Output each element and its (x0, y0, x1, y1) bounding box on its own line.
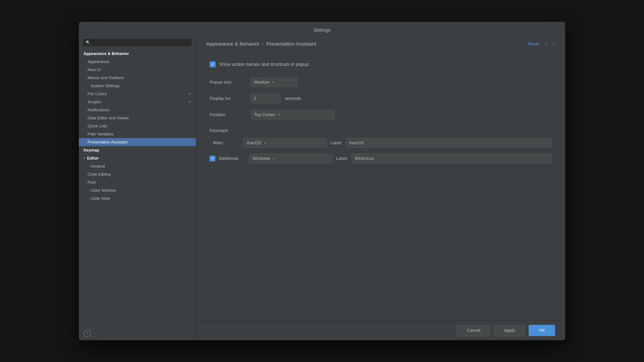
sidebar-item-editor[interactable]: ▾ Editor (79, 154, 196, 162)
sidebar-item-label: Code Style (90, 196, 110, 201)
sidebar-item-label: Editor (87, 156, 98, 161)
display-for-input[interactable] (250, 94, 281, 103)
dialog-titlebar: Settings (79, 22, 565, 35)
position-row: Position: Top Center ▾ (210, 110, 552, 119)
header-actions: Reset ‹ › (526, 40, 555, 48)
settings-dialog: Settings 🔍 Appearance & Behavior Appeara… (79, 22, 565, 340)
search-input[interactable] (92, 40, 189, 45)
chevron-icon: › (88, 84, 88, 88)
sidebar-item-quick-lists[interactable]: Quick Lists (79, 122, 196, 130)
sidebar-item-label: Keymap (84, 148, 99, 152)
chevron-right-icon: › (88, 189, 88, 192)
popup-size-row: Popup size: Medium ▾ (210, 77, 552, 87)
sidebar-nav: Appearance & Behavior Appearance New UI … (79, 48, 196, 326)
popup-size-value: Medium (254, 80, 270, 85)
additional-label-input[interactable] (351, 154, 552, 163)
keymaps-title: Keymaps (210, 128, 228, 133)
sidebar-item-label: Scopes (88, 99, 101, 104)
chevron-down-icon: ▾ (272, 80, 274, 84)
position-value: Top Center (254, 112, 276, 117)
sidebar-item-color-scheme[interactable]: › Color Scheme (79, 186, 196, 194)
search-box[interactable]: 🔍 (83, 38, 192, 46)
dialog-body: 🔍 Appearance & Behavior Appearance New U… (79, 35, 565, 340)
main-keymap-row: Main: macOS ▾ Label: (210, 138, 552, 148)
main-keymap-select[interactable]: macOS ▾ (243, 138, 327, 148)
scopes-badge: ⊟ (189, 100, 191, 104)
checkmark-icon: ✓ (211, 62, 214, 66)
nav-back-button[interactable]: ‹ (544, 40, 548, 48)
keymaps-section: Keymaps (210, 128, 552, 133)
main-label-label: Label: (330, 140, 342, 145)
sidebar-footer: ? (79, 326, 196, 340)
additional-keymap-select[interactable]: Windows ▾ (249, 154, 333, 163)
display-for-label: Display for: (210, 96, 246, 101)
dialog-title: Settings (314, 27, 330, 33)
sidebar-item-label: System Settings (90, 83, 120, 88)
sidebar-item-label: Font (88, 180, 96, 185)
dialog-footer: Cancel Apply OK (196, 320, 565, 340)
sidebar-item-menus-toolbars[interactable]: Menus and Toolbars (79, 74, 196, 82)
sidebar-item-label: Quick Lists (88, 124, 107, 128)
show-action-row: ✓ Show action names and shortcuts in pop… (210, 61, 552, 67)
additional-keymap-row: ✓ Additional: Windows ▾ Label: (210, 154, 552, 163)
sidebar-item-font[interactable]: Font (79, 178, 196, 186)
sidebar-item-path-variables[interactable]: Path Variables (79, 130, 196, 138)
chevron-down-icon: ▾ (273, 157, 274, 161)
ok-button[interactable]: OK (528, 325, 555, 336)
main-label-input[interactable] (346, 138, 552, 148)
display-for-row: Display for: seconds (210, 94, 552, 103)
display-for-unit: seconds (285, 96, 301, 101)
additional-label-label: Label: (336, 156, 348, 161)
sidebar-item-appearance[interactable]: Appearance (79, 58, 196, 66)
sidebar-item-label: Presentation Assistant (88, 140, 127, 144)
sidebar-item-notifications[interactable]: Notifications (79, 106, 196, 114)
sidebar-item-scopes[interactable]: Scopes ⊟ (79, 98, 196, 106)
help-icon-label: ? (86, 331, 88, 336)
sidebar-item-new-ui[interactable]: New UI (79, 66, 196, 74)
position-select[interactable]: Top Center ▾ (250, 110, 334, 119)
content-header: Appearance & Behavior › Presentation Ass… (196, 35, 565, 53)
cancel-button[interactable]: Cancel (456, 325, 490, 336)
help-button[interactable]: ? (84, 330, 91, 337)
sidebar-item-code-style[interactable]: › Code Style (79, 194, 196, 202)
sidebar-item-code-editing[interactable]: Code Editing (79, 170, 196, 178)
breadcrumb-root: Appearance & Behavior (206, 41, 260, 47)
main-content: Appearance & Behavior › Presentation Ass… (196, 35, 565, 340)
apply-button[interactable]: Apply (494, 325, 525, 336)
position-label: Position: (210, 112, 246, 117)
sidebar-item-label: Menus and Toolbars (88, 75, 124, 80)
sidebar-item-general[interactable]: › General (79, 162, 196, 170)
file-colors-badge: ⊟ (189, 92, 191, 96)
sidebar-item-label: Appearance (88, 59, 109, 64)
sidebar-item-label: General (90, 164, 105, 169)
nav-forward-button[interactable]: › (552, 40, 555, 48)
breadcrumb-current: Presentation Assistant (266, 41, 316, 47)
main-keymap-label: Main: (213, 140, 240, 145)
sidebar-item-label: Appearance & Behavior (84, 51, 129, 56)
sidebar-item-label: File Colors (88, 91, 107, 96)
dialog-overlay: Settings 🔍 Appearance & Behavior Appeara… (0, 0, 644, 362)
sidebar-item-label: Notifications (88, 108, 110, 112)
chevron-down-icon: ▾ (264, 141, 266, 145)
reset-button[interactable]: Reset (526, 40, 541, 48)
sidebar-item-data-editor[interactable]: Data Editor and Viewer (79, 114, 196, 122)
checkmark-icon: ✓ (211, 156, 214, 161)
content-area: ✓ Show action names and shortcuts in pop… (196, 53, 565, 320)
chevron-right-icon: › (88, 197, 88, 200)
sidebar-item-presentation-assistant[interactable]: Presentation Assistant (79, 138, 196, 146)
popup-size-select[interactable]: Medium ▾ (250, 77, 298, 87)
sidebar-item-file-colors[interactable]: File Colors ⊟ (79, 90, 196, 98)
additional-checkbox[interactable]: ✓ (210, 156, 215, 161)
show-action-label: Show action names and shortcuts in popup (219, 62, 309, 67)
chevron-right-icon: › (88, 165, 88, 168)
search-icon: 🔍 (86, 40, 90, 45)
breadcrumb-separator: › (262, 41, 264, 46)
sidebar-item-label: Code Editing (88, 172, 110, 177)
sidebar-item-keymap[interactable]: Keymap (79, 146, 196, 154)
sidebar-item-appearance-behavior[interactable]: Appearance & Behavior (79, 50, 196, 58)
show-action-checkbox[interactable]: ✓ (210, 61, 216, 67)
main-keymap-value: macOS (247, 140, 261, 145)
sidebar-item-label: New UI (88, 67, 101, 72)
additional-label: Additional: (219, 156, 246, 161)
sidebar-item-system-settings[interactable]: › System Settings (79, 82, 196, 90)
